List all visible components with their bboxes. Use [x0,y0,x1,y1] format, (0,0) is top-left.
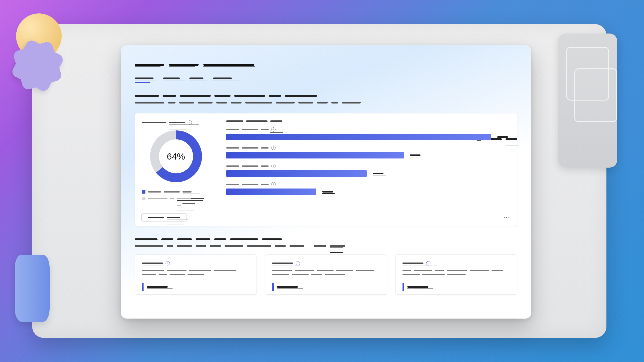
date-value: ————— ——— [506,138,517,140]
metric-title: —————— [272,263,293,264]
lower-subheading: ——— ——— [135,245,517,247]
view-details-button[interactable]: ————— ———— [141,213,186,221]
decor-cylinder [15,255,50,322]
donut-title-b: ——————— ———— [169,122,185,123]
info-icon[interactable]: i [271,127,276,132]
bar-item: i——— [226,146,508,158]
breadcrumb-seg[interactable]: —————— [169,64,199,66]
bars-card: ————— —————— ——— i———i———i———i——— [217,113,517,209]
adoption-panel: ——————— ———— i 64% [135,113,517,226]
donut-percent-label: 64% [149,130,203,183]
bar-fill [226,152,404,158]
tab-2[interactable]: ————— [163,77,180,79]
info-icon[interactable]: i [426,261,430,265]
metric-title: ———————— [402,263,423,264]
bar-value: ——— [410,154,420,156]
bar-item: i——— [226,164,508,177]
metric-accent-bar [402,283,404,291]
tab-strip: ————— ————— ———— —————— [135,77,517,79]
breadcrumb-seg[interactable]: ———————————— [203,64,254,66]
metric-card[interactable]: ——————i—————— [265,254,387,295]
info-icon[interactable]: i [271,182,276,186]
tab-3[interactable]: ———— [189,77,203,79]
metric-desc [142,270,250,275]
metric-stat: —————— [402,283,510,291]
lower-heading [135,238,517,240]
metric-desc [402,270,510,275]
tab-4[interactable]: —————— [213,77,232,79]
bar-item: i——— [226,182,508,195]
donut-title-a [142,122,166,123]
metric-cards-row: —————i————————————i——————————————i—————— [135,254,517,295]
metric-accent-bar [272,283,274,291]
metric-card[interactable]: ————————i—————— [395,254,517,295]
bar-fill [226,170,367,177]
legend-item: ———— ————— ——— [142,190,210,194]
bar-fill [226,189,316,195]
donut-legend: ———— ————— ——— —————— — ———— [142,190,210,200]
bar-value: ——— [373,173,383,174]
lower-section: ——— ——— —————i————————————i—————————————… [135,238,517,295]
bar-value: ——— [322,191,333,193]
metric-stat: —————— [142,283,250,291]
lower-link[interactable]: ——— ——— [330,245,345,247]
metric-desc [272,270,380,275]
info-icon[interactable]: i [271,146,276,150]
metric-stat: —————— [272,283,380,291]
metric-title: ————— [142,263,163,264]
donut-card: ——————— ———— i 64% [135,113,217,209]
info-icon[interactable]: i [166,261,170,265]
donut-chart: 64% [149,130,203,183]
breadcrumb-seg[interactable]: —————— [135,64,164,66]
tab-overview[interactable]: ————— [135,77,153,79]
thumbnail-stack [558,34,617,168]
legend-swatch [142,197,145,200]
panel-footer: ————— ———— ⋯ [135,209,517,226]
bars-title: ————— —————— ——— [270,120,282,122]
info-icon[interactable]: i [271,164,276,168]
legend-swatch [142,190,145,194]
metric-accent-bar [142,283,144,291]
bar-fill [226,134,491,140]
app-window: —————— —————— ———————————— ————— ————— —… [121,45,531,319]
info-icon[interactable]: i [188,120,192,125]
thumb-b [574,68,617,122]
breadcrumb: —————— —————— ———————————— [135,64,517,66]
metric-card[interactable]: —————i—————— [135,254,257,295]
info-icon[interactable]: i [296,261,300,265]
lower-link[interactable] [314,245,326,247]
section-heading [135,95,517,104]
bar-item: i——— [226,127,508,140]
desktop-surface: —————— —————— ———————————— ————— ————— —… [32,24,606,338]
